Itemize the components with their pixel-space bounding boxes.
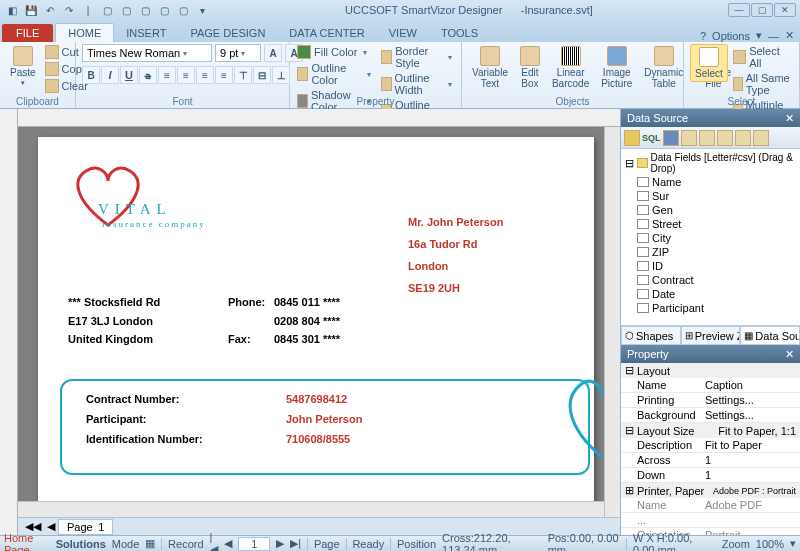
- logo-subtitle: insurance company: [102, 219, 206, 229]
- horizontal-scrollbar[interactable]: [18, 501, 604, 517]
- tree-field[interactable]: Sur: [623, 189, 798, 203]
- grow-font-icon[interactable]: A: [264, 44, 282, 62]
- qat-btn[interactable]: ▢: [99, 2, 115, 18]
- outline-color-button[interactable]: Outline Color▾: [296, 61, 374, 87]
- close-panel-icon[interactable]: ✕: [785, 348, 794, 361]
- vertical-scrollbar[interactable]: [604, 127, 620, 517]
- canvas[interactable]: VITAL insurance company *** Stocksfield …: [18, 109, 620, 535]
- prop-category[interactable]: ⊞ Printer, PaperAdobe PDF : Portrait: [621, 483, 800, 498]
- tree-field[interactable]: ZIP: [623, 245, 798, 259]
- tool-icon[interactable]: [753, 130, 769, 146]
- field-tree[interactable]: ⊟ Data Fields [Letter#csv] (Drag & Drop)…: [621, 149, 800, 325]
- refresh-icon[interactable]: [681, 130, 697, 146]
- tab-home[interactable]: HOME: [55, 23, 114, 42]
- property-grid[interactable]: ⊟ Layout NameCaption PrintingSettings...…: [621, 363, 800, 535]
- redo-icon[interactable]: ↷: [61, 2, 77, 18]
- tree-root[interactable]: ⊟ Data Fields [Letter#csv] (Drag & Drop): [623, 151, 798, 175]
- same-type-button[interactable]: All Same Type: [732, 71, 793, 97]
- tab-data-center[interactable]: DATA CENTER: [277, 24, 376, 42]
- close-panel-icon[interactable]: ✕: [785, 112, 794, 125]
- align-right-icon[interactable]: ≡: [196, 66, 214, 84]
- maximize-button[interactable]: ▢: [751, 3, 773, 17]
- tree-field[interactable]: City: [623, 231, 798, 245]
- font-family-combo[interactable]: Times New Roman▾: [82, 44, 212, 62]
- prop-category[interactable]: ⊟ Layout SizeFit to Paper, 1:1: [621, 423, 800, 438]
- tab-datasource[interactable]: ▦ Data Source: [740, 326, 800, 345]
- prop-category[interactable]: ⊟ Layout: [621, 363, 800, 378]
- minimize-ribbon-icon[interactable]: —: [768, 30, 779, 42]
- border-style-button[interactable]: Border Style▾: [380, 44, 455, 70]
- image-button[interactable]: Image Picture: [597, 44, 636, 91]
- qat-btn[interactable]: ▢: [156, 2, 172, 18]
- save-icon[interactable]: 💾: [23, 2, 39, 18]
- qat-btn[interactable]: ▢: [137, 2, 153, 18]
- font-size-combo[interactable]: 9 pt▾: [215, 44, 261, 62]
- qat-btn[interactable]: ▢: [175, 2, 191, 18]
- options-link[interactable]: Options: [712, 30, 750, 42]
- chevron-down-icon[interactable]: ▾: [756, 29, 762, 42]
- fill-color-button[interactable]: Fill Color▾: [296, 44, 374, 60]
- page-tab[interactable]: Page 1: [58, 519, 113, 535]
- minimize-button[interactable]: —: [728, 3, 750, 17]
- tab-page-design[interactable]: PAGE DESIGN: [178, 24, 277, 42]
- tree-field[interactable]: Street: [623, 217, 798, 231]
- variable-text-button[interactable]: Variable Text: [468, 44, 512, 91]
- outline-width-button[interactable]: Outline Width▾: [380, 71, 455, 97]
- home-page-link[interactable]: Home Page: [4, 532, 50, 552]
- paste-button[interactable]: Paste▾: [6, 44, 40, 89]
- copy-icon: [45, 62, 59, 76]
- tree-field[interactable]: Participant: [623, 301, 798, 315]
- document-page[interactable]: VITAL insurance company *** Stocksfield …: [38, 137, 594, 529]
- select-all-button[interactable]: Select All: [732, 44, 793, 70]
- dyn-table-button[interactable]: Dynamic Table: [640, 44, 687, 91]
- file-tab[interactable]: FILE: [2, 24, 53, 42]
- edit-box-button[interactable]: Edit Box: [516, 44, 544, 91]
- tool-icon[interactable]: [699, 130, 715, 146]
- tab-preview[interactable]: ⊞ Preview Z...: [681, 326, 741, 345]
- tree-field[interactable]: Name: [623, 175, 798, 189]
- sql-button[interactable]: SQL: [642, 133, 661, 143]
- field-icon: [637, 275, 649, 285]
- nav-next-icon[interactable]: ▶: [276, 537, 284, 550]
- align-justify-icon[interactable]: ≡: [215, 66, 233, 84]
- nav-last-icon[interactable]: ▶|: [290, 537, 301, 550]
- valign-bot-icon[interactable]: ⊥: [272, 66, 290, 84]
- tree-field[interactable]: ID: [623, 259, 798, 273]
- tab-shapes[interactable]: ⬡ Shapes: [621, 326, 681, 345]
- nav-prev-icon[interactable]: ◀: [224, 537, 232, 550]
- tool-icon[interactable]: [735, 130, 751, 146]
- db-icon[interactable]: [624, 130, 640, 146]
- tree-field[interactable]: Contract: [623, 273, 798, 287]
- align-left-icon[interactable]: ≡: [158, 66, 176, 84]
- help-icon[interactable]: ?: [700, 30, 706, 42]
- record-number[interactable]: 1: [238, 537, 270, 551]
- italic-button[interactable]: I: [101, 66, 119, 84]
- zoom-value[interactable]: 100%: [756, 538, 784, 550]
- mode-icon[interactable]: ▦: [145, 537, 155, 550]
- nav-first-icon[interactable]: |◀: [210, 531, 219, 551]
- close-button[interactable]: ✕: [774, 3, 796, 17]
- select-button[interactable]: Select: [690, 44, 728, 82]
- solutions-link[interactable]: Solutions: [56, 538, 106, 550]
- tool-icon[interactable]: [717, 130, 733, 146]
- tree-field[interactable]: Date: [623, 287, 798, 301]
- valign-top-icon[interactable]: ⊤: [234, 66, 252, 84]
- bold-button[interactable]: B: [82, 66, 100, 84]
- underline-button[interactable]: U: [120, 66, 138, 84]
- barcode-button[interactable]: Linear Barcode: [548, 44, 593, 91]
- zoom-down-icon[interactable]: ▾: [790, 537, 796, 550]
- tab-tools[interactable]: TOOLS: [429, 24, 490, 42]
- tab-view[interactable]: VIEW: [377, 24, 429, 42]
- qat-btn[interactable]: ▢: [118, 2, 134, 18]
- field-icon: [637, 289, 649, 299]
- align-center-icon[interactable]: ≡: [177, 66, 195, 84]
- undo-icon[interactable]: ↶: [42, 2, 58, 18]
- filter-icon[interactable]: [663, 130, 679, 146]
- app-icon[interactable]: ◧: [4, 2, 20, 18]
- qat-btn[interactable]: ▾: [194, 2, 210, 18]
- valign-mid-icon[interactable]: ⊟: [253, 66, 271, 84]
- tree-field[interactable]: Gen: [623, 203, 798, 217]
- tab-insert[interactable]: INSERT: [114, 24, 178, 42]
- strike-button[interactable]: a̶: [139, 66, 157, 84]
- close-doc-icon[interactable]: ✕: [785, 29, 794, 42]
